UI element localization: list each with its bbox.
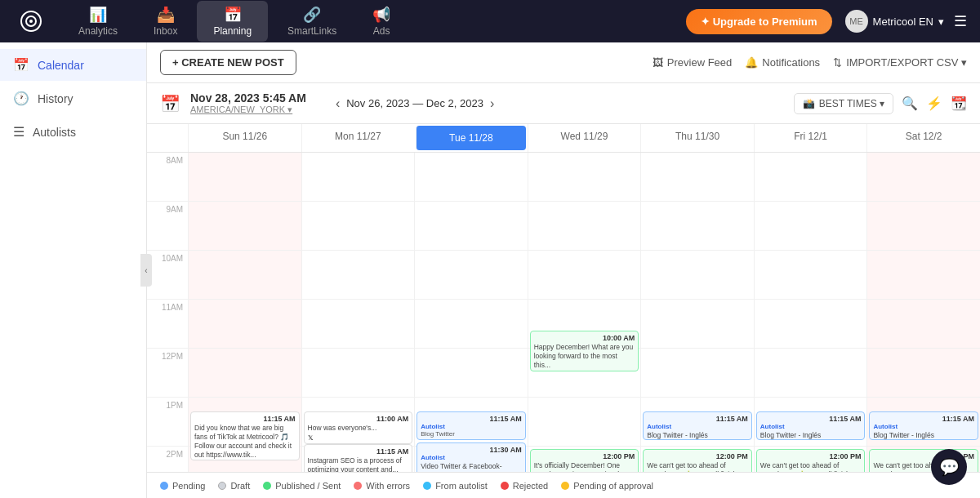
nav-label-smartlinks: SmartLinks <box>287 25 336 37</box>
legend-approval: Pending of approval <box>561 481 653 491</box>
post-card[interactable]: 11:00 AMHow was everyone's...𝕏 <box>304 411 413 444</box>
nav-item-inbox[interactable]: 📥 Inbox <box>137 1 194 42</box>
import-export-icon: ⇅ <box>833 56 842 69</box>
chat-bubble[interactable]: 💬 <box>931 449 967 485</box>
legend: Pending Draft Published / Sent With erro… <box>147 472 980 498</box>
create-post-button[interactable]: + CREATE NEW POST <box>160 50 296 75</box>
post-card[interactable]: 10:00 AMHappy December! What are you loo… <box>530 331 639 371</box>
cal-nav: ‹ Nov 26, 2023 — Dec 2, 2023 › <box>336 96 494 111</box>
preview-feed-icon: 🖼 <box>653 56 663 69</box>
time-cell <box>302 349 415 398</box>
post-card-time: 11:15 AM <box>308 447 409 456</box>
post-card-time: 11:00 AM <box>308 415 409 423</box>
hamburger-icon[interactable]: ☰ <box>954 12 967 30</box>
post-card-text: Video Twitter & Facebook- English <box>421 462 522 472</box>
autolists-icon: ☰ <box>13 124 24 140</box>
post-card[interactable]: 12:00 PMIt's officially December! One mo… <box>530 449 639 472</box>
time-cell <box>189 202 301 251</box>
time-label: 1PM <box>147 398 188 447</box>
legend-dot-approval <box>561 482 569 490</box>
inbox-icon: 📥 <box>157 6 175 24</box>
time-cell <box>641 349 754 398</box>
cal-timezone[interactable]: AMERICA/NEW_YORK ▾ <box>190 104 306 115</box>
upgrade-label: ✦ Upgrade to Premium <box>701 16 817 28</box>
search-button[interactable]: 🔍 <box>902 96 918 111</box>
upgrade-button[interactable]: ✦ Upgrade to Premium <box>686 9 831 34</box>
legend-label-errors: With errors <box>366 481 410 491</box>
time-labels-col: 8AM9AM10AM11AM12PM1PM2PM3PM4PM5PM6PM <box>147 153 188 472</box>
content-toolbar: + CREATE NEW POST 🖼 Preview Feed 🔔 Notif… <box>147 42 980 83</box>
post-card-label: Autolist <box>421 454 522 461</box>
nav-item-planning[interactable]: 📅 Planning <box>197 1 268 42</box>
nav-label-ads: Ads <box>373 25 390 37</box>
nav-items: 📊 Analytics 📥 Inbox 📅 Planning 🔗 SmartLi… <box>62 1 686 42</box>
user-badge[interactable]: ME Metricool EN ▾ <box>845 10 944 33</box>
time-cell <box>755 251 867 300</box>
time-cell <box>867 300 980 349</box>
time-cell <box>415 349 528 398</box>
day-header-spacer <box>147 124 188 152</box>
sidebar-label-calendar: Calendar <box>38 59 84 72</box>
post-card-time: 12:00 PM <box>760 452 862 460</box>
nav-right: ME Metricool EN ▾ ☰ <box>845 10 967 33</box>
legend-label-draft: Draft <box>230 481 250 491</box>
import-export-label: IMPORT/EXPORT CSV ▾ <box>846 56 967 69</box>
logo[interactable] <box>13 10 49 33</box>
cal-prev-button[interactable]: ‹ <box>336 96 340 111</box>
post-card-time: 10:00 AM <box>534 334 635 342</box>
nav-item-smartlinks[interactable]: 🔗 SmartLinks <box>271 1 353 42</box>
sidebar-label-history: History <box>38 92 74 105</box>
post-card[interactable]: 11:15 AMAutolistBlog Twitter - Inglés𝕏 <box>643 411 752 440</box>
post-card[interactable]: 11:15 AMAutolistBlog Twitter - Inglés𝕏 <box>756 411 866 440</box>
history-icon: 🕐 <box>13 91 29 106</box>
ads-icon: 📢 <box>372 6 390 24</box>
preview-feed-button[interactable]: 🖼 Preview Feed <box>653 56 732 69</box>
post-card[interactable]: 12:00 PMWe can't get too ahead of oursel… <box>756 449 866 472</box>
time-cell <box>189 153 301 202</box>
post-card[interactable]: 11:15 AMDid you know that we are big fan… <box>190 411 300 460</box>
best-times-button[interactable]: 📸 BEST TIMES ▾ <box>794 93 893 114</box>
post-card-text: Blog Twitter - Inglés <box>647 431 748 440</box>
import-export-button[interactable]: ⇅ IMPORT/EXPORT CSV ▾ <box>833 56 967 69</box>
sidebar-item-history[interactable]: 🕐 History <box>0 82 146 114</box>
top-nav: 📊 Analytics 📥 Inbox 📅 Planning 🔗 SmartLi… <box>0 0 980 42</box>
nav-item-ads[interactable]: 📢 Ads <box>356 1 407 42</box>
post-card-label: Autolist <box>873 423 974 430</box>
time-cell <box>415 251 528 300</box>
time-cell <box>528 153 641 202</box>
nav-item-analytics[interactable]: 📊 Analytics <box>62 1 134 42</box>
sidebar-item-autolists[interactable]: ☰ Autolists <box>0 116 146 148</box>
nav-label-planning: Planning <box>213 25 252 37</box>
view-toggle-button[interactable]: 📆 <box>951 96 967 111</box>
time-cell <box>302 251 415 300</box>
post-card[interactable]: 11:30 AMAutolistVideo Twitter & Facebook… <box>416 442 526 472</box>
planning-icon: 📅 <box>224 6 242 24</box>
post-card-time: 12:00 PM <box>647 452 748 460</box>
post-card[interactable]: 12:00 PMWe can't get too ahead of oursel… <box>643 449 752 472</box>
day-col-sun: 11:15 AMDid you know that we are big fan… <box>188 153 301 472</box>
time-cell <box>867 202 980 251</box>
legend-dot-pending <box>160 482 168 490</box>
filter-button[interactable]: ⚡ <box>926 96 942 111</box>
time-label: 9AM <box>147 202 188 251</box>
legend-sent: Published / Sent <box>263 481 341 491</box>
day-header-sun: Sun 11/26 <box>188 124 301 152</box>
post-card-time: 12:00 PM <box>534 452 635 460</box>
time-cell <box>302 300 415 349</box>
post-card[interactable]: 11:15 AMInstagram SEO is a process of op… <box>304 444 413 472</box>
sidebar-collapse-button[interactable]: ‹ <box>140 254 152 287</box>
legend-errors: With errors <box>354 481 410 491</box>
day-col-thu: 11:15 AMAutolistBlog Twitter - Inglés𝕏12… <box>640 153 754 472</box>
time-cell <box>189 251 301 300</box>
post-card[interactable]: 11:15 AMAutolistBlog Twitter - Inglés𝕏 <box>869 411 978 440</box>
cal-next-button[interactable]: › <box>490 96 494 111</box>
calendar-icon-header: 📅 <box>160 94 180 113</box>
post-card[interactable]: 11:15 AMAutolistBlog Twitter𝕏 <box>416 411 526 440</box>
day-header-tue: Tue 11/28 <box>416 126 526 150</box>
post-card-time: 11:30 AM <box>421 446 522 454</box>
notifications-button[interactable]: 🔔 Notifications <box>745 56 820 69</box>
post-card-time: 11:15 AM <box>194 415 296 423</box>
best-times-label: BEST TIMES ▾ <box>819 98 884 109</box>
sidebar-item-calendar[interactable]: 📅 Calendar <box>0 49 146 81</box>
time-cell <box>415 153 528 202</box>
